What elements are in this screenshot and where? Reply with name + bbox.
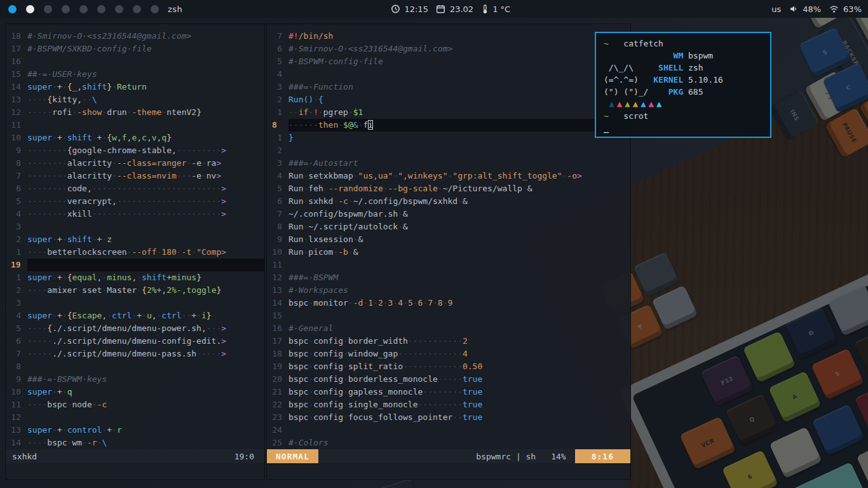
line-number: 8 (6, 360, 27, 373)
line-number: 14 (6, 81, 27, 93)
volume-icon[interactable] (789, 4, 798, 13)
editor-line: 10super·+·shift·+·{w,f,e,c,v,q} (6, 132, 264, 144)
editor-window-bspwmrc[interactable]: 7#!/bin/sh6#·Smirnov-O·<ss2316544@gmail.… (266, 24, 631, 480)
line-content: bspc·config·focus_follows_pointer··true (288, 411, 630, 424)
line-content (27, 55, 264, 68)
line-content: bspc·config·single_monocle·········true (288, 398, 630, 411)
line-content (288, 144, 630, 157)
workspace-dot-9[interactable] (151, 5, 159, 13)
catfetch-row: WMbspwm (604, 50, 763, 62)
terminal-cursor: _ (604, 123, 609, 133)
editor-line: 5#·BSPWM·config·file (267, 55, 630, 68)
editor-buffer-bspwmrc[interactable]: 7#!/bin/sh6#·Smirnov-O·<ss2316544@gmail.… (267, 24, 630, 449)
workspace-dot-7[interactable] (115, 5, 123, 13)
line-content: ###=·Function (288, 81, 630, 93)
workspace-dot-6[interactable] (97, 5, 105, 13)
line-content (27, 411, 264, 424)
line-number: 17 (267, 335, 288, 348)
editor-line: 11 (6, 119, 264, 132)
catfetch-row: (=^.^=)KERNEL5.10.16 (604, 74, 763, 86)
line-content: #·General (288, 322, 630, 335)
editor-line: 6#·Smirnov-O·<ss2316544@gmail.com> (267, 43, 630, 55)
wifi-icon[interactable] (829, 5, 839, 13)
editor-window-sxhkd[interactable]: 18#·Smirnov-O·<ss2316544@gmail.com>17#·B… (5, 24, 265, 480)
editor-line: 4super·+·{Escape,·ctrl·+·u,·ctrl··+·i} (6, 309, 264, 322)
line-content: #·Workspaces (288, 284, 630, 297)
catfetch-label: SHELL (653, 62, 683, 74)
statusline-filename: sxhkd (6, 452, 37, 461)
editor-line: 12###=·BSPWM (267, 271, 630, 284)
line-number: 13 (6, 424, 27, 437)
line-number: 11 (267, 259, 288, 271)
editor-line: 8Run·~/.script/autolock·& (267, 220, 630, 233)
workspace-dot-8[interactable] (133, 5, 141, 13)
line-content: ###·=·BSPWM·keys (27, 373, 264, 386)
editor-buffer-sxhkd[interactable]: 18#·Smirnov-O·<ss2316544@gmail.com>17#·B… (6, 24, 264, 449)
editor-line: 8 (6, 360, 264, 373)
volume-level[interactable]: 48% (803, 4, 821, 14)
line-content: ###=·BSPWM (288, 271, 630, 284)
line-number: 4 (267, 170, 288, 182)
editor-line: 4 (267, 68, 630, 81)
editor-line: 8········alacritty·--class=ranger·-e·ra> (6, 157, 264, 170)
line-number: 5 (267, 55, 288, 68)
line-number: 3 (6, 220, 27, 233)
line-number: 20 (267, 373, 288, 386)
editor-line: 6·····./.script/dmenu/dmenu-config-edit.… (6, 335, 264, 348)
workspace-dot-2[interactable] (26, 5, 34, 13)
line-content (288, 424, 630, 437)
editor-line: 4········xkill··························… (6, 208, 264, 220)
line-content: ········{google-chrome-stable,·········> (27, 144, 264, 157)
editor-line: 2····amixer·sset·Master·{2%+,2%-,toggle} (6, 284, 264, 297)
editor-line: 2super·+·shift·+·z (6, 233, 264, 246)
statusline-scroll-percent: 14% (551, 452, 566, 461)
line-content: ········veracrypt,·····················> (27, 195, 264, 208)
terminal-color-palette: ▲▲▲▲▲▲▲ (604, 98, 763, 110)
catfetch-label: WM (653, 50, 683, 62)
workspace-dot-1[interactable] (8, 5, 17, 13)
editor-line: 7·····./.script/dmenu/dmenu-pass.sh·····… (6, 348, 264, 360)
editor-line: 18bspc·config·window_gap·············4 (267, 348, 630, 360)
bar-right-modules: us 48% 63% (771, 4, 868, 14)
line-number: 4 (6, 208, 27, 220)
statusline-left: sxhkd 19:0 (6, 449, 264, 463)
line-number: 1 (267, 132, 288, 144)
terminal-command-1: catfetch (609, 39, 663, 48)
line-number: 7 (267, 208, 288, 220)
workspace-dot-3[interactable] (44, 5, 52, 13)
catfetch-value: zsh (683, 62, 703, 74)
editor-line: 1super·+·{equal,·minus,·shift+minus} (6, 271, 264, 284)
line-content: bspc·config·borderless_monocle·····true (288, 373, 630, 386)
workspace-dot-5[interactable] (79, 5, 88, 13)
editor-line: 9Run·lxsession·& (267, 233, 630, 246)
line-number: 9 (6, 373, 27, 386)
editor-line: 9········{google-chrome-stable,·········… (6, 144, 264, 157)
workspace-indicator (0, 5, 159, 13)
line-content: ~/.config/bspwm/bar.sh·& (288, 208, 630, 220)
line-content: super·+·shift·+·{w,f,e,c,v,q} (27, 132, 264, 144)
keyboard-layout[interactable]: us (771, 4, 781, 14)
editor-line: 7~/.config/bspwm/bar.sh·& (267, 208, 630, 220)
network-level[interactable]: 63% (843, 4, 862, 14)
editor-line: 3 (6, 220, 264, 233)
line-number: 8 (6, 157, 27, 170)
workspace-dot-4[interactable] (62, 5, 70, 13)
editor-line: 19bspc·config·split_ratio············0.5… (267, 360, 630, 373)
editor-line: 7#!/bin/sh (267, 30, 630, 43)
bar-time: 12:15 (404, 4, 428, 14)
line-number: 17 (6, 43, 27, 55)
line-number: 1 (267, 106, 288, 119)
line-number: 1 (6, 246, 27, 259)
line-content: super·+·{equal,·minus,·shift+minus} (27, 271, 264, 284)
bar-temperature: 1 °C (492, 4, 510, 14)
line-number: 21 (267, 386, 288, 398)
prompt-symbol: ~ (604, 111, 609, 121)
line-content: ····{./.script/dmenu/dmenu-power.sh,···> (27, 322, 264, 335)
line-content: #·BSPWM/SXKBD·config·file (27, 43, 264, 55)
line-number: 7 (6, 170, 27, 182)
palette-triangle-icon: ▲ (625, 98, 632, 109)
line-number: 7 (6, 348, 27, 360)
editor-line: 10super·+·q (6, 386, 264, 398)
floating-terminal[interactable]: ~ catfetch WMbspwm /\_/\SHELLzsh(=^.^=)K… (595, 32, 771, 138)
line-content: ··if·!·pgrep·$1 (288, 106, 630, 119)
